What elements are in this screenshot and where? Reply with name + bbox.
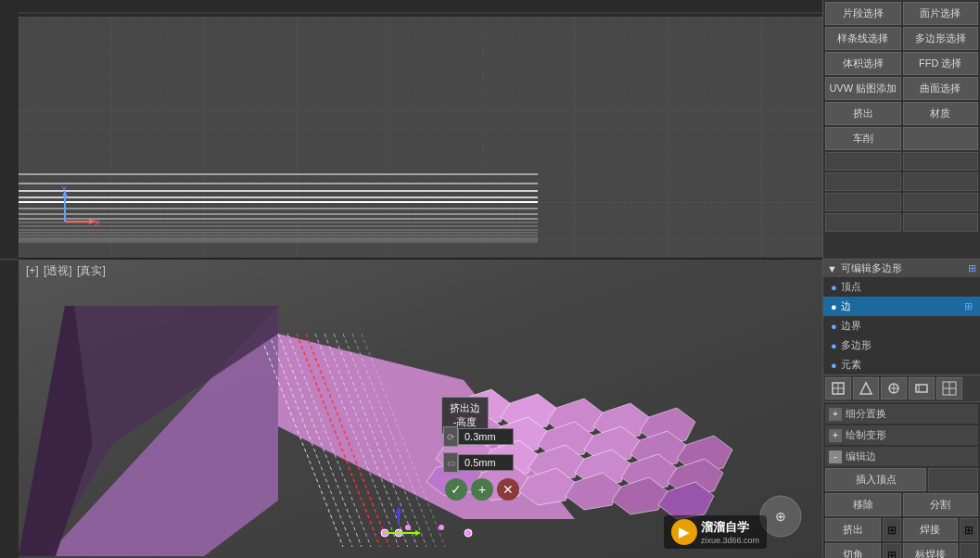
toggle-paint: + (829, 429, 842, 442)
watermark: ▶ 溜溜自学 zixue.3d66.com (664, 515, 767, 549)
input-row-1[interactable]: ⟳ 0.3mm (443, 426, 514, 447)
input-row-2[interactable]: ▭ 0.5mm (443, 452, 514, 473)
viewport-perspective[interactable]: [透视] (44, 264, 72, 277)
insert-options (928, 468, 978, 491)
rollout-subdivision-label: 细分置换 (846, 407, 886, 421)
bottom-viewport[interactable]: [+] [透视] [真实] (19, 260, 822, 558)
btn-poly-select[interactable]: 多边形选择 (903, 27, 979, 50)
watermark-name: 溜溜自学 (701, 519, 759, 536)
toolbar-btn-2[interactable] (853, 377, 879, 399)
toolbar-btn-5[interactable] (936, 377, 962, 399)
modifier-tree: ▼ 可编辑多边形 ⊞ ● 顶点 ● 边 ⊞ ● 边界 ● 多边形 ● 元素 (823, 260, 980, 558)
menu-button-grid: 片段选择 面片选择 样条线选择 多边形选择 体积选择 FFD 选择 UVW 贴图… (825, 2, 978, 232)
btn-split[interactable]: 分割 (903, 493, 979, 516)
svg-rect-6 (19, 17, 822, 258)
right-panel-top: 片段选择 面片选择 样条线选择 多边形选择 体积选择 FFD 选择 UVW 贴图… (823, 0, 980, 260)
btn-frag-select[interactable]: 片段选择 (825, 2, 901, 25)
extrude-settings-icon[interactable]: ⊞ (883, 518, 901, 541)
btn-empty1[interactable] (903, 127, 979, 150)
btn-remove[interactable]: 移除 (825, 493, 901, 516)
btn-uvw-add[interactable]: UVW 贴图添加 (825, 77, 901, 100)
tree-item-vertex[interactable]: ● 顶点 (823, 277, 980, 297)
btn-vol-select[interactable]: 体积选择 (825, 52, 901, 75)
extrude-label-line1: 挤出边 (450, 401, 480, 415)
svg-point-73 (439, 525, 444, 530)
tree-item-edge[interactable]: ● 边 ⊞ (823, 297, 980, 316)
btn-surf-select[interactable]: 曲面选择 (903, 77, 979, 100)
border-icon: ● (831, 321, 837, 332)
svg-rect-2 (19, 0, 822, 17)
value-input-1[interactable]: 0.3mm (458, 428, 514, 445)
btn-material[interactable]: 材质 (903, 102, 979, 125)
empty-row-6 (903, 193, 979, 211)
btn-target-weld[interactable]: 标焊接 (903, 543, 959, 558)
op-row-extrude: 挤出 ⊞ 焊接 ⊞ (825, 518, 978, 541)
ops-section: + 细分置换 + 绘制变形 - 编辑边 插入顶点 移除 分割 (823, 402, 980, 558)
cancel-button[interactable]: ✕ (497, 478, 519, 501)
element-icon: ● (831, 360, 837, 371)
svg-rect-0 (0, 0, 19, 558)
top-viewport[interactable]: X Y (19, 0, 822, 260)
watermark-url: zixue.3d66.com (701, 536, 759, 545)
add-button[interactable]: + (471, 478, 493, 501)
svg-text:⊕: ⊕ (775, 509, 786, 524)
svg-point-72 (405, 525, 411, 530)
svg-text:X: X (95, 218, 100, 227)
tree-header: ▼ 可编辑多边形 ⊞ (823, 260, 980, 277)
polygon-icon: ● (831, 340, 837, 351)
empty-row-5 (825, 193, 901, 211)
btn-extrude[interactable]: 挤出 (825, 102, 901, 125)
weld-settings-icon[interactable]: ⊞ (960, 518, 978, 541)
axis-indicator: X Y (56, 184, 102, 234)
btn-insert-vertex[interactable]: 插入顶点 (825, 468, 926, 491)
toolbar-btn-4[interactable] (909, 377, 935, 399)
toolbar-btn-1[interactable] (825, 377, 851, 399)
spinner-icon-2: ▭ (443, 452, 458, 473)
chamfer-settings-icon[interactable]: ⊞ (883, 543, 901, 558)
svg-marker-83 (860, 383, 872, 394)
tree-item-border[interactable]: ● 边界 (823, 316, 980, 336)
spinner-icon-1: ⟳ (443, 426, 458, 447)
btn-lathe[interactable]: 车削 (825, 127, 901, 150)
watermark-logo: ▶ (671, 519, 697, 545)
edge-arrow-icon: ⊞ (964, 300, 973, 312)
op-row-remove: 移除 分割 (825, 493, 978, 516)
empty-row-1 (825, 152, 901, 171)
mesh-svg (19, 260, 822, 558)
btn-face-select[interactable]: 面片选择 (903, 2, 979, 25)
rollout-paint[interactable]: + 绘制变形 (825, 425, 978, 445)
value-input-2[interactable]: 0.5mm (458, 454, 514, 471)
toolbar-btn-3[interactable] (881, 377, 907, 399)
right-panel: 片段选择 面片选择 样条线选择 多边形选择 体积选择 FFD 选择 UVW 贴图… (822, 0, 980, 558)
left-ruler (0, 0, 19, 558)
btn-ffd-select[interactable]: FFD 选择 (903, 52, 979, 75)
rollout-editedge[interactable]: - 编辑边 (825, 447, 978, 466)
svg-marker-77 (396, 506, 401, 514)
btn-edge-extrude[interactable]: 挤出 (825, 518, 881, 541)
btn-weld[interactable]: 焊接 (903, 518, 959, 541)
viewport-shading[interactable]: [真实] (77, 264, 106, 277)
tree-item-polygon[interactable]: ● 多边形 (823, 336, 980, 355)
btn-chamfer[interactable]: 切角 (825, 543, 881, 558)
btn-spline-select[interactable]: 样条线选择 (825, 27, 901, 50)
svg-rect-87 (916, 385, 927, 392)
top-ruler (19, 0, 822, 17)
empty-row-2 (903, 152, 979, 171)
svg-marker-75 (415, 530, 421, 536)
empty-row-3 (825, 172, 901, 191)
op-row-target-weld: 切角 ⊞ 标焊接 (825, 543, 978, 558)
op-row-insert: 插入顶点 (825, 468, 978, 491)
ok-button[interactable]: ✓ (445, 478, 467, 501)
tree-header-icon: ⊞ (968, 262, 976, 274)
toggle-subdivision: + (829, 408, 842, 421)
rollout-paint-label: 绘制变形 (846, 428, 886, 442)
viewport-plus[interactable]: [+] (26, 264, 39, 277)
vertex-icon: ● (831, 282, 837, 293)
main-content: X Y [+] [透视] [真实] (19, 0, 822, 558)
toolbar-row (823, 374, 980, 402)
rollout-subdivision[interactable]: + 细分置换 (825, 404, 978, 424)
action-buttons: ✓ + ✕ (445, 478, 519, 501)
rollout-editedge-label: 编辑边 (846, 450, 876, 463)
toggle-editedge: - (829, 450, 842, 463)
tree-item-element[interactable]: ● 元素 (823, 355, 980, 374)
